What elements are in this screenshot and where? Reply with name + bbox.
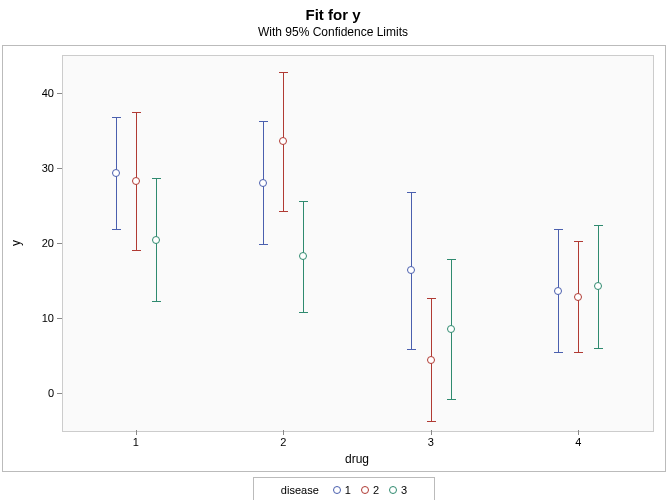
error-cap — [132, 112, 141, 113]
error-cap — [279, 72, 288, 73]
y-tick-mark — [57, 243, 62, 244]
data-point-marker — [427, 356, 435, 364]
error-cap — [259, 244, 268, 245]
x-tick-mark — [431, 430, 432, 435]
y-tick-label: 10 — [24, 312, 54, 324]
y-tick-label: 0 — [24, 387, 54, 399]
data-point-marker — [132, 177, 140, 185]
legend-marker-icon — [333, 486, 341, 494]
chart-subtitle: With 95% Confidence Limits — [0, 25, 666, 39]
error-cap — [259, 121, 268, 122]
data-point-marker — [299, 252, 307, 260]
data-point-marker — [594, 282, 602, 290]
chart-container: Fit for y With 95% Confidence Limits y d… — [0, 0, 666, 500]
error-cap — [427, 298, 436, 299]
legend-title: disease — [281, 484, 319, 496]
legend: disease 123 — [253, 477, 435, 500]
error-cap — [279, 211, 288, 212]
legend-label: 1 — [345, 484, 351, 496]
legend-marker-icon — [361, 486, 369, 494]
y-tick-label: 40 — [24, 87, 54, 99]
legend-marker-icon — [389, 486, 397, 494]
error-cap — [447, 399, 456, 400]
data-point-marker — [152, 236, 160, 244]
error-cap — [407, 349, 416, 350]
error-cap — [594, 348, 603, 349]
error-cap — [132, 250, 141, 251]
data-point-marker — [279, 137, 287, 145]
error-cap — [299, 201, 308, 202]
y-tick-label: 20 — [24, 237, 54, 249]
legend-item: 3 — [389, 484, 407, 496]
x-tick-label: 1 — [133, 436, 139, 448]
error-cap — [152, 178, 161, 179]
x-tick-label: 2 — [280, 436, 286, 448]
error-cap — [594, 225, 603, 226]
y-tick-mark — [57, 168, 62, 169]
y-tick-mark — [57, 318, 62, 319]
x-tick-label: 4 — [575, 436, 581, 448]
chart-title: Fit for y — [0, 6, 666, 23]
plot-area — [62, 55, 654, 432]
error-cap — [152, 301, 161, 302]
x-tick-mark — [136, 430, 137, 435]
error-cap — [574, 352, 583, 353]
x-axis-label: drug — [345, 452, 369, 466]
legend-item: 2 — [361, 484, 379, 496]
error-cap — [554, 352, 563, 353]
legend-item: 1 — [333, 484, 351, 496]
y-tick-mark — [57, 93, 62, 94]
error-cap — [447, 259, 456, 260]
legend-label: 2 — [373, 484, 379, 496]
error-cap — [554, 229, 563, 230]
chart-titles: Fit for y With 95% Confidence Limits — [0, 6, 666, 39]
y-axis-label: y — [9, 240, 23, 246]
error-cap — [407, 192, 416, 193]
legend-label: 3 — [401, 484, 407, 496]
error-cap — [299, 312, 308, 313]
x-tick-label: 3 — [428, 436, 434, 448]
error-cap — [112, 117, 121, 118]
error-cap — [112, 229, 121, 230]
data-point-marker — [574, 293, 582, 301]
x-tick-mark — [283, 430, 284, 435]
error-cap — [574, 241, 583, 242]
error-cap — [427, 421, 436, 422]
data-point-marker — [407, 266, 415, 274]
y-tick-mark — [57, 393, 62, 394]
x-tick-mark — [578, 430, 579, 435]
data-point-marker — [447, 325, 455, 333]
data-point-marker — [554, 287, 562, 295]
data-point-marker — [112, 169, 120, 177]
y-tick-label: 30 — [24, 162, 54, 174]
data-point-marker — [259, 179, 267, 187]
